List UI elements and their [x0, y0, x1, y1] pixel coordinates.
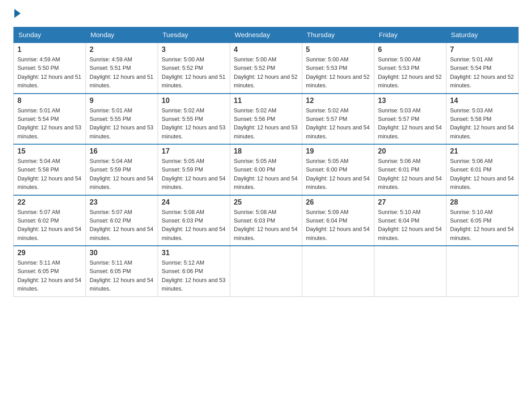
calendar-cell: 5Sunrise: 5:00 AMSunset: 5:53 PMDaylight… [302, 43, 374, 94]
header-tuesday: Tuesday [158, 27, 230, 43]
day-number: 29 [17, 249, 82, 257]
day-info: Sunrise: 5:05 AMSunset: 6:00 PMDaylight:… [306, 157, 370, 192]
day-number: 1 [17, 46, 82, 54]
day-info: Sunrise: 5:01 AMSunset: 5:54 PMDaylight:… [450, 56, 515, 90]
header-saturday: Saturday [446, 27, 519, 43]
day-info: Sunrise: 5:11 AMSunset: 6:05 PMDaylight:… [90, 259, 154, 294]
day-info: Sunrise: 4:59 AMSunset: 5:51 PMDaylight:… [90, 56, 154, 90]
header [13, 9, 519, 18]
day-number: 24 [162, 198, 226, 206]
calendar-cell: 13Sunrise: 5:03 AMSunset: 5:57 PMDayligh… [374, 94, 446, 145]
calendar-cell: 8Sunrise: 5:01 AMSunset: 5:54 PMDaylight… [14, 94, 86, 145]
day-info: Sunrise: 4:59 AMSunset: 5:50 PMDaylight:… [17, 56, 82, 90]
calendar-cell [374, 246, 446, 296]
calendar-cell: 24Sunrise: 5:08 AMSunset: 6:03 PMDayligh… [158, 195, 230, 246]
day-info: Sunrise: 5:03 AMSunset: 5:57 PMDaylight:… [378, 107, 442, 141]
day-number: 16 [90, 147, 154, 155]
calendar-cell: 25Sunrise: 5:08 AMSunset: 6:03 PMDayligh… [230, 195, 302, 246]
week-row-3: 15Sunrise: 5:04 AMSunset: 5:58 PMDayligh… [14, 144, 519, 195]
calendar-cell: 12Sunrise: 5:02 AMSunset: 5:57 PMDayligh… [302, 94, 374, 145]
day-info: Sunrise: 5:10 AMSunset: 6:05 PMDaylight:… [450, 208, 515, 243]
calendar-cell: 7Sunrise: 5:01 AMSunset: 5:54 PMDaylight… [446, 43, 519, 94]
calendar-cell: 22Sunrise: 5:07 AMSunset: 6:02 PMDayligh… [14, 195, 86, 246]
day-info: Sunrise: 5:03 AMSunset: 5:58 PMDaylight:… [450, 107, 515, 141]
day-info: Sunrise: 5:04 AMSunset: 5:58 PMDaylight:… [17, 157, 82, 192]
header-monday: Monday [86, 27, 158, 43]
day-number: 21 [450, 147, 515, 155]
day-number: 15 [17, 147, 82, 155]
day-number: 22 [17, 198, 82, 206]
header-thursday: Thursday [302, 27, 374, 43]
day-info: Sunrise: 5:09 AMSunset: 6:04 PMDaylight:… [306, 208, 370, 243]
calendar-cell: 9Sunrise: 5:01 AMSunset: 5:55 PMDaylight… [86, 94, 158, 145]
day-number: 18 [234, 147, 298, 155]
day-info: Sunrise: 5:01 AMSunset: 5:54 PMDaylight:… [17, 107, 82, 141]
calendar-cell: 31Sunrise: 5:12 AMSunset: 6:06 PMDayligh… [158, 246, 230, 296]
day-info: Sunrise: 5:00 AMSunset: 5:52 PMDaylight:… [234, 56, 298, 90]
day-number: 14 [450, 97, 515, 105]
week-row-4: 22Sunrise: 5:07 AMSunset: 6:02 PMDayligh… [14, 195, 519, 246]
day-info: Sunrise: 5:05 AMSunset: 5:59 PMDaylight:… [162, 157, 226, 192]
day-info: Sunrise: 5:07 AMSunset: 6:02 PMDaylight:… [17, 208, 82, 243]
day-number: 3 [162, 46, 226, 54]
day-number: 27 [378, 198, 442, 206]
day-info: Sunrise: 5:00 AMSunset: 5:52 PMDaylight:… [162, 56, 226, 90]
logo-arrow-icon [14, 9, 21, 18]
day-number: 13 [378, 97, 442, 105]
calendar-cell: 2Sunrise: 4:59 AMSunset: 5:51 PMDaylight… [86, 43, 158, 94]
calendar-cell: 11Sunrise: 5:02 AMSunset: 5:56 PMDayligh… [230, 94, 302, 145]
calendar-cell: 15Sunrise: 5:04 AMSunset: 5:58 PMDayligh… [14, 144, 86, 195]
day-number: 19 [306, 147, 370, 155]
day-number: 8 [17, 97, 82, 105]
logo [13, 9, 22, 18]
day-info: Sunrise: 5:01 AMSunset: 5:55 PMDaylight:… [90, 107, 154, 141]
day-info: Sunrise: 5:08 AMSunset: 6:03 PMDaylight:… [162, 208, 226, 243]
calendar-cell [302, 246, 374, 296]
header-friday: Friday [374, 27, 446, 43]
calendar-cell: 23Sunrise: 5:07 AMSunset: 6:02 PMDayligh… [86, 195, 158, 246]
week-row-1: 1Sunrise: 4:59 AMSunset: 5:50 PMDaylight… [14, 43, 519, 94]
day-number: 31 [162, 249, 226, 257]
header-wednesday: Wednesday [230, 27, 302, 43]
day-info: Sunrise: 5:02 AMSunset: 5:56 PMDaylight:… [234, 107, 298, 141]
calendar-cell: 4Sunrise: 5:00 AMSunset: 5:52 PMDaylight… [230, 43, 302, 94]
day-number: 7 [450, 46, 515, 54]
calendar-cell: 20Sunrise: 5:06 AMSunset: 6:01 PMDayligh… [374, 144, 446, 195]
day-info: Sunrise: 5:00 AMSunset: 5:53 PMDaylight:… [306, 56, 370, 90]
calendar-cell: 10Sunrise: 5:02 AMSunset: 5:55 PMDayligh… [158, 94, 230, 145]
week-row-5: 29Sunrise: 5:11 AMSunset: 6:05 PMDayligh… [14, 246, 519, 296]
day-info: Sunrise: 5:04 AMSunset: 5:59 PMDaylight:… [90, 157, 154, 192]
day-number: 28 [450, 198, 515, 206]
calendar-cell: 1Sunrise: 4:59 AMSunset: 5:50 PMDaylight… [14, 43, 86, 94]
calendar-cell [446, 246, 519, 296]
day-info: Sunrise: 5:02 AMSunset: 5:57 PMDaylight:… [306, 107, 370, 141]
day-number: 2 [90, 46, 154, 54]
day-info: Sunrise: 5:10 AMSunset: 6:04 PMDaylight:… [378, 208, 442, 243]
calendar-cell: 17Sunrise: 5:05 AMSunset: 5:59 PMDayligh… [158, 144, 230, 195]
calendar-cell: 18Sunrise: 5:05 AMSunset: 6:00 PMDayligh… [230, 144, 302, 195]
calendar-cell: 29Sunrise: 5:11 AMSunset: 6:05 PMDayligh… [14, 246, 86, 296]
header-sunday: Sunday [14, 27, 86, 43]
calendar-cell: 28Sunrise: 5:10 AMSunset: 6:05 PMDayligh… [446, 195, 519, 246]
calendar-table: SundayMondayTuesdayWednesdayThursdayFrid… [13, 27, 519, 297]
day-info: Sunrise: 5:06 AMSunset: 6:01 PMDaylight:… [378, 157, 442, 192]
day-number: 4 [234, 46, 298, 54]
day-number: 26 [306, 198, 370, 206]
calendar-cell: 6Sunrise: 5:00 AMSunset: 5:53 PMDaylight… [374, 43, 446, 94]
day-number: 12 [306, 97, 370, 105]
day-number: 20 [378, 147, 442, 155]
calendar-cell: 26Sunrise: 5:09 AMSunset: 6:04 PMDayligh… [302, 195, 374, 246]
day-number: 11 [234, 97, 298, 105]
day-info: Sunrise: 5:08 AMSunset: 6:03 PMDaylight:… [234, 208, 298, 243]
day-number: 6 [378, 46, 442, 54]
day-info: Sunrise: 5:11 AMSunset: 6:05 PMDaylight:… [17, 259, 82, 294]
calendar-cell [230, 246, 302, 296]
day-number: 10 [162, 97, 226, 105]
calendar-cell: 19Sunrise: 5:05 AMSunset: 6:00 PMDayligh… [302, 144, 374, 195]
day-number: 23 [90, 198, 154, 206]
day-number: 17 [162, 147, 226, 155]
calendar-cell: 30Sunrise: 5:11 AMSunset: 6:05 PMDayligh… [86, 246, 158, 296]
day-number: 25 [234, 198, 298, 206]
day-info: Sunrise: 5:07 AMSunset: 6:02 PMDaylight:… [90, 208, 154, 243]
day-info: Sunrise: 5:12 AMSunset: 6:06 PMDaylight:… [162, 259, 226, 294]
